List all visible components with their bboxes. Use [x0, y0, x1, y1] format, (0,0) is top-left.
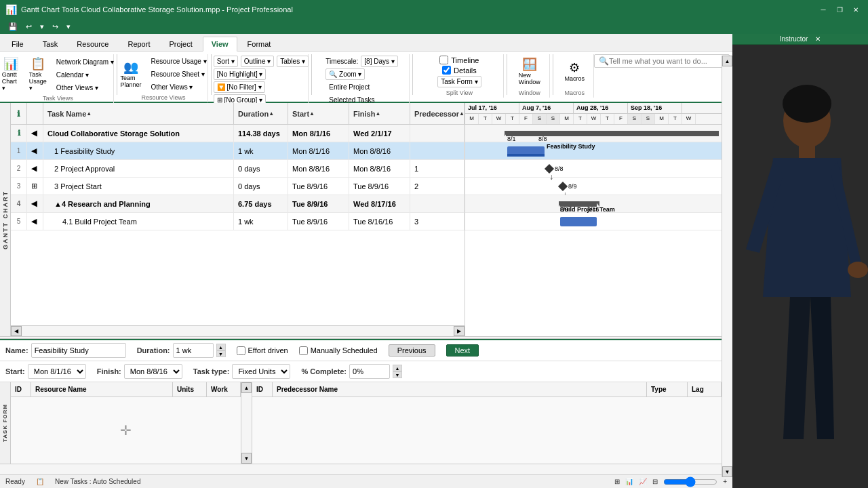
- duration-input[interactable]: [173, 343, 214, 358]
- close-instructor-icon[interactable]: ✕: [815, 35, 821, 43]
- table-row[interactable]: 3 ⊞ 3 Project Start 0 days Tue 8/9/16 Tu…: [11, 178, 465, 195]
- previous-button[interactable]: Previous: [389, 344, 435, 357]
- name-input[interactable]: [31, 343, 126, 358]
- tab-report[interactable]: Report: [119, 37, 159, 51]
- table-header: ℹ Task Name ▲ Duration ▲ Start ▲ Finish …: [11, 103, 465, 125]
- highlight-dropdown[interactable]: [No Highlight] ▾: [214, 68, 267, 80]
- start-field-label: Start:: [5, 367, 25, 375]
- milestone-label-3: 8/9: [568, 183, 577, 190]
- other-views-task-btn[interactable]: Other Views ▾: [53, 82, 117, 94]
- tables-dropdown[interactable]: Tables ▾: [277, 56, 309, 67]
- week-header-4: Sep 18, '16: [628, 103, 682, 113]
- outline-dropdown[interactable]: Outline ▾: [241, 56, 274, 67]
- save-quick-btn[interactable]: 💾: [5, 21, 20, 33]
- pct-spinner[interactable]: ▲ ▼: [393, 365, 402, 378]
- td-finish-5: Tue 8/16/16: [349, 213, 410, 230]
- duration-spinner[interactable]: ▲ ▼: [216, 344, 226, 357]
- td-start-2: Mon 8/8/16: [288, 160, 349, 177]
- th-finish[interactable]: Finish ▲: [349, 103, 410, 124]
- macros-btn[interactable]: ⚙ Macros: [561, 60, 588, 84]
- window-group-label: Window: [519, 88, 540, 96]
- undo-dropdown-btn[interactable]: ▾: [37, 21, 47, 33]
- table-row[interactable]: ℹ ◀ Cloud Collaborative Storage Solution…: [11, 125, 465, 142]
- td-finish-4: Wed 8/17/16: [349, 195, 410, 212]
- tab-format[interactable]: Format: [239, 37, 280, 51]
- form-field-finish: Finish: Mon 8/8/16: [97, 364, 182, 379]
- finish-select[interactable]: Mon 8/8/16: [124, 364, 182, 379]
- duration-up-btn[interactable]: ▲: [216, 344, 226, 350]
- table-row[interactable]: 5 ◀ 4.1 Build Project Team 1 wk Tue 8/9/…: [11, 213, 465, 230]
- timeline-checkbox[interactable]: [439, 56, 448, 64]
- table-row[interactable]: 2 ◀ 2 Project Approval 0 days Mon 8/8/16…: [11, 160, 465, 178]
- td-mode-1: ◀: [27, 142, 43, 159]
- manually-scheduled-label[interactable]: Manually Scheduled: [299, 346, 378, 355]
- zoom-in-icon[interactable]: +: [723, 478, 727, 485]
- tab-resource[interactable]: Resource: [68, 37, 117, 51]
- details-checkbox[interactable]: [442, 66, 451, 75]
- td-info-0: ℹ: [11, 125, 27, 142]
- task-type-select[interactable]: Fixed Units: [232, 364, 290, 379]
- task-usage-btn[interactable]: 📋 TaskUsage ▾: [26, 56, 50, 94]
- customize-quick-btn[interactable]: ▾: [64, 21, 73, 33]
- start-select[interactable]: Mon 8/1/16: [28, 364, 86, 379]
- tab-task[interactable]: Task: [34, 37, 67, 51]
- tab-project[interactable]: Project: [160, 37, 201, 51]
- td-info-3: 3: [11, 178, 27, 195]
- instructor-button[interactable]: Instructor ✕: [732, 34, 868, 45]
- pct-up-btn[interactable]: ▲: [393, 365, 402, 371]
- task-form-dropdown[interactable]: Task Form ▾: [437, 76, 481, 87]
- undo-quick-btn[interactable]: ↩: [23, 21, 35, 33]
- team-planner-btn[interactable]: 👥 TeamPlanner: [117, 59, 144, 90]
- calendar-btn[interactable]: Calendar ▾: [53, 69, 117, 81]
- details-checkbox-label[interactable]: Details: [442, 66, 477, 75]
- td-info-2: 2: [11, 160, 27, 177]
- pct-down-btn[interactable]: ▼: [393, 371, 402, 378]
- entire-project-btn[interactable]: Entire Project: [326, 81, 373, 93]
- effort-driven-checkbox[interactable]: [237, 346, 245, 355]
- th-start[interactable]: Start ▲: [288, 103, 349, 124]
- redo-quick-btn[interactable]: ↪: [50, 21, 61, 33]
- zoom-slider[interactable]: [663, 476, 717, 487]
- scroll-right-btn[interactable]: ▶: [454, 326, 465, 336]
- th-duration[interactable]: Duration ▲: [234, 103, 288, 124]
- search-input[interactable]: [609, 57, 725, 65]
- gantt-vscroll[interactable]: ▲ ▼: [722, 103, 732, 336]
- days-dropdown[interactable]: [8] Days ▾: [361, 56, 397, 67]
- gantt-chart-btn[interactable]: 📊 GanttChart ▾: [0, 56, 23, 94]
- next-button[interactable]: Next: [446, 344, 479, 357]
- scroll-left-btn[interactable]: ◀: [11, 326, 22, 336]
- pct-complete-input[interactable]: [349, 364, 390, 379]
- duration-down-btn[interactable]: ▼: [216, 350, 226, 357]
- row-num-4: 4: [17, 200, 21, 207]
- restore-button[interactable]: ❐: [833, 3, 846, 16]
- timeline-checkbox-label[interactable]: Timeline: [439, 56, 479, 64]
- task-form-hscroll[interactable]: ▼: [0, 464, 732, 474]
- th-predecessor[interactable]: Predecessor ▲: [410, 103, 465, 124]
- filter-dropdown[interactable]: 🔽 [No Filter] ▾: [214, 81, 265, 93]
- add-resource-hint[interactable]: ✛: [11, 397, 241, 464]
- th-res-units: Units: [173, 382, 207, 396]
- zoom-dropdown[interactable]: 🔍 Zoom ▾: [326, 68, 365, 80]
- minimize-button[interactable]: ─: [816, 3, 830, 16]
- tab-file[interactable]: File: [3, 37, 33, 51]
- day-header: T: [669, 114, 682, 124]
- resource-usage-btn[interactable]: Resource Usage ▾: [147, 56, 210, 67]
- manually-scheduled-checkbox[interactable]: [299, 346, 308, 355]
- new-window-btn[interactable]: 🪟 NewWindow: [515, 56, 544, 87]
- th-task-name[interactable]: Task Name ▲: [43, 103, 234, 124]
- close-button[interactable]: ✕: [849, 3, 863, 16]
- th-mode[interactable]: [27, 103, 43, 124]
- sort-dropdown[interactable]: Sort ▾: [214, 56, 238, 67]
- tab-view[interactable]: View: [203, 37, 237, 52]
- effort-driven-label[interactable]: Effort driven: [237, 346, 288, 355]
- table-row[interactable]: 4 ◀ ▲ 4 Research and Planning 6.75 days …: [11, 195, 465, 213]
- table-row[interactable]: 1 ◀ 1 Feasibility Study 1 wk Mon 8/1/16 …: [11, 142, 465, 160]
- res-scroll-up[interactable]: ▲: [241, 382, 252, 393]
- ribbon-search[interactable]: 🔍: [594, 54, 730, 68]
- res-scroll-down[interactable]: ▼: [241, 453, 252, 464]
- other-views-res-btn[interactable]: Other Views ▾: [147, 81, 210, 93]
- network-diagram-btn[interactable]: Network Diagram ▾: [53, 56, 117, 68]
- res-vscroll[interactable]: ▲ ▼: [241, 382, 252, 464]
- task-table-body: ℹ ◀ Cloud Collaborative Storage Solution…: [11, 125, 465, 325]
- resource-sheet-btn[interactable]: Resource Sheet ▾: [147, 68, 210, 80]
